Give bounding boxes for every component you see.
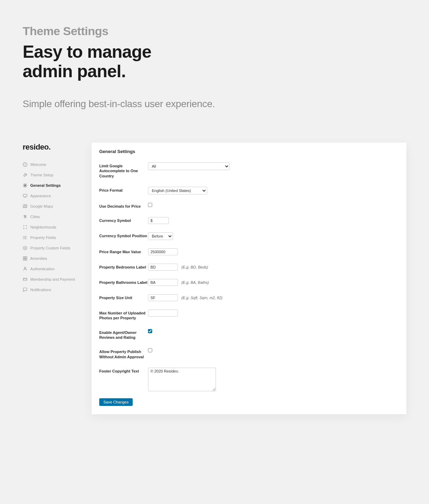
- svg-rect-22: [23, 278, 27, 281]
- bathrooms-input[interactable]: [148, 279, 178, 286]
- bedrooms-hint: (E.g. BD, Beds): [181, 265, 208, 269]
- svg-point-21: [24, 267, 26, 269]
- user-icon: [23, 266, 28, 271]
- card-icon: [23, 277, 28, 282]
- sidebar: resideo. Welcome Theme Setup General Set…: [23, 143, 92, 295]
- autocomplete-select[interactable]: All: [148, 162, 230, 170]
- sidebar-item-property-fields[interactable]: Property Fields: [23, 232, 92, 243]
- save-button[interactable]: Save Changes: [99, 398, 133, 406]
- svg-point-2: [25, 163, 25, 164]
- size-unit-hint: (E.g. Sqft, Sqm, m2, ft2): [181, 296, 223, 300]
- svg-rect-19: [23, 259, 25, 260]
- size-unit-label: Property Size Unit: [99, 294, 148, 300]
- price-range-label: Price Range Max Value: [99, 248, 148, 254]
- price-format-select[interactable]: English (United States): [148, 187, 207, 194]
- sidebar-item-label: Property Fields: [30, 235, 56, 240]
- currency-position-label: Currency Symbol Position: [99, 232, 148, 238]
- sidebar-item-amenities[interactable]: Amenities: [23, 253, 92, 264]
- bathrooms-label: Property Bathrooms Label: [99, 279, 148, 285]
- sidebar-item-neighborhoods[interactable]: Neighborhoods: [23, 222, 92, 232]
- currency-position-select[interactable]: Before: [148, 232, 173, 240]
- sidebar-item-welcome[interactable]: Welcome: [23, 159, 92, 170]
- autocomplete-label: Limit Google Autocomplete to One Country: [99, 162, 148, 178]
- publish-checkbox[interactable]: [148, 348, 152, 352]
- currency-symbol-input[interactable]: [148, 217, 169, 224]
- sidebar-item-label: Notifications: [30, 288, 51, 292]
- sidebar-item-label: Neighborhoods: [30, 225, 56, 229]
- map-icon: [23, 204, 28, 209]
- sidebar-item-cities[interactable]: Cities: [23, 211, 92, 222]
- decimals-checkbox[interactable]: [148, 203, 152, 207]
- publish-label: Allow Property Publish Without Admin App…: [99, 348, 148, 359]
- footer-textarea[interactable]: [148, 368, 216, 391]
- svg-point-11: [23, 236, 24, 237]
- page-subtitle: Theme Settings: [23, 24, 406, 38]
- panel-title: General Settings: [99, 149, 399, 154]
- bathrooms-hint: (E.g. BA, Baths): [181, 280, 209, 285]
- sidebar-item-label: Appearance: [30, 194, 51, 198]
- page-title-line2: admin panel.: [23, 62, 126, 81]
- gear-icon: [23, 183, 28, 188]
- size-unit-input[interactable]: [148, 294, 178, 301]
- svg-point-3: [24, 185, 26, 186]
- svg-rect-18: [25, 257, 27, 258]
- sidebar-item-label: Google Maps: [30, 204, 53, 208]
- info-icon: [23, 162, 28, 167]
- sidebar-item-theme-setup[interactable]: Theme Setup: [23, 170, 92, 180]
- sidebar-item-label: Amenities: [30, 256, 47, 261]
- svg-point-12: [23, 238, 24, 238]
- footer-label: Footer Copyright Text: [99, 368, 148, 374]
- admin-panel-container: resideo. Welcome Theme Setup General Set…: [23, 143, 406, 414]
- expand-icon: [23, 225, 28, 230]
- page-title-line1: Easy to manage: [23, 42, 151, 62]
- sidebar-item-label: Theme Setup: [30, 173, 53, 177]
- sidebar-item-label: General Settings: [30, 183, 61, 187]
- svg-rect-4: [23, 194, 27, 197]
- monitor-icon: [23, 193, 28, 198]
- decimals-label: Use Decimals for Price: [99, 203, 148, 209]
- brand-logo: resideo.: [23, 143, 92, 152]
- svg-point-13: [23, 239, 24, 239]
- reviews-label: Enable Agent/Owner Reviews and Rating: [99, 329, 148, 340]
- sidebar-item-general-settings[interactable]: General Settings: [23, 180, 92, 191]
- wrench-icon: [23, 173, 28, 177]
- max-photos-input[interactable]: [148, 310, 178, 317]
- plus-circle-icon: [23, 246, 28, 250]
- reviews-checkbox[interactable]: [148, 329, 152, 333]
- sidebar-item-appearance[interactable]: Appearance: [23, 191, 92, 201]
- page-title: Easy to manage admin panel.: [23, 42, 406, 81]
- sidebar-item-label: Property Custom Fields: [30, 246, 70, 250]
- currency-symbol-label: Currency Symbol: [99, 217, 148, 223]
- svg-rect-20: [25, 259, 27, 260]
- page-description: Simple offering best-in-class user exper…: [23, 98, 406, 110]
- settings-panel: General Settings Limit Google Autocomple…: [92, 143, 406, 414]
- max-photos-label: Max Number of Uploaded Photos per Proper…: [99, 310, 148, 321]
- sidebar-nav: Welcome Theme Setup General Settings App…: [23, 159, 92, 295]
- grid-icon: [23, 256, 28, 261]
- signpost-icon: [23, 214, 28, 219]
- sidebar-item-label: Welcome: [30, 162, 46, 167]
- sidebar-item-label: Authentication: [30, 267, 55, 271]
- chat-icon: [23, 287, 28, 292]
- sidebar-item-membership-payment[interactable]: Membership and Payment: [23, 274, 92, 285]
- sidebar-item-notifications[interactable]: Notifications: [23, 285, 92, 295]
- sidebar-item-property-custom-fields[interactable]: Property Custom Fields: [23, 243, 92, 253]
- sidebar-item-label: Cities: [30, 215, 40, 219]
- bedrooms-input[interactable]: [148, 264, 178, 271]
- sidebar-item-label: Membership and Payment: [30, 277, 75, 281]
- sidebar-item-google-maps[interactable]: Google Maps: [23, 201, 92, 211]
- list-icon: [23, 235, 28, 240]
- bedrooms-label: Property Bedrooms Label: [99, 264, 148, 270]
- svg-rect-17: [23, 257, 25, 258]
- price-range-input[interactable]: [148, 248, 178, 255]
- price-format-label: Price Format: [99, 187, 148, 193]
- sidebar-item-authentication[interactable]: Authentication: [23, 264, 92, 274]
